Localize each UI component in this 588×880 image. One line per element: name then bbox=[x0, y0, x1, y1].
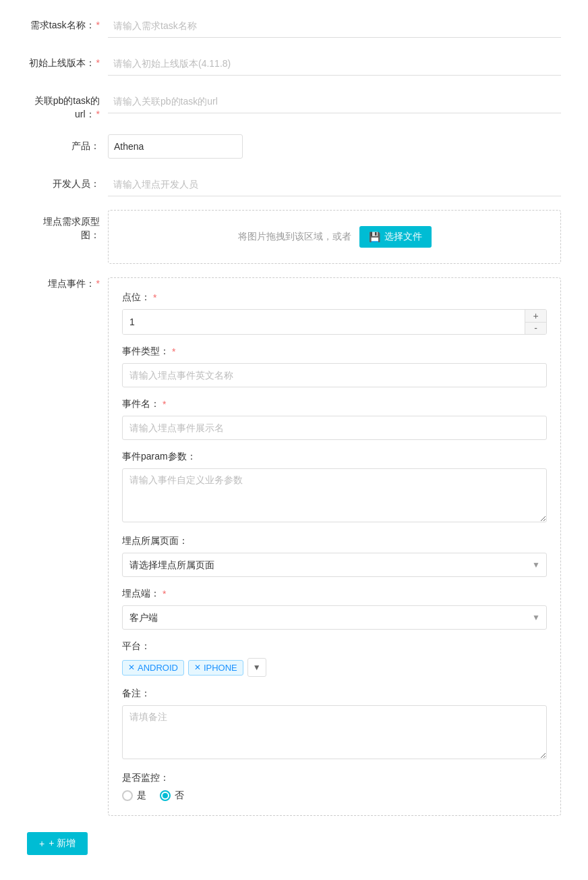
developer-wrap bbox=[108, 172, 561, 196]
product-label: 产品： bbox=[27, 134, 108, 153]
monitor-yes-item[interactable]: 是 bbox=[122, 790, 146, 802]
platform-tag-iphone: ✕ IPHONE bbox=[188, 660, 243, 676]
tracking-end-select[interactable]: 客户端 服务端 bbox=[122, 605, 547, 630]
platform-tag-android: ✕ ANDROID bbox=[122, 660, 184, 676]
platform-tag-iphone-label: IPHONE bbox=[204, 663, 237, 673]
pb-url-wrap bbox=[108, 89, 561, 113]
platform-row: ✕ ANDROID ✕ IPHONE ▼ bbox=[122, 658, 547, 677]
developer-label: 开发人员： bbox=[27, 172, 108, 191]
tracking-end-label: 埋点端： * bbox=[122, 588, 547, 600]
monitor-no-label: 否 bbox=[175, 790, 184, 802]
monitor-label: 是否监控： bbox=[122, 772, 547, 784]
task-name-wrap bbox=[108, 13, 561, 38]
add-btn[interactable]: + + 新增 bbox=[27, 832, 88, 855]
version-wrap bbox=[108, 51, 561, 76]
version-label: 初始上线版本：* bbox=[27, 51, 108, 70]
product-input[interactable] bbox=[108, 134, 243, 159]
platform-dropdown-btn[interactable]: ▼ bbox=[247, 658, 266, 677]
monitor-no-item[interactable]: 否 bbox=[160, 790, 184, 802]
monitor-row: 是 否 bbox=[122, 790, 547, 802]
task-name-row: 需求task名称：* bbox=[27, 13, 561, 38]
upload-btn[interactable]: 💾 选择文件 bbox=[359, 226, 432, 248]
platform-tag-iphone-remove[interactable]: ✕ bbox=[194, 663, 201, 671]
product-wrap bbox=[108, 134, 561, 159]
monitor-no-radio-inner bbox=[163, 793, 168, 798]
pb-url-row: 关联pb的task的url：* bbox=[27, 89, 561, 121]
point-plus-btn[interactable]: + bbox=[525, 310, 546, 323]
platform-tag-android-remove[interactable]: ✕ bbox=[128, 663, 135, 671]
tracking-events-section: 点位： * + - 事件类型： * 事件名： * bbox=[108, 277, 561, 816]
page-belong-wrap: 请选择埋点所属页面 ▼ bbox=[122, 553, 547, 577]
monitor-yes-label: 是 bbox=[137, 790, 146, 802]
developer-input[interactable] bbox=[108, 172, 561, 196]
version-input[interactable] bbox=[108, 51, 561, 76]
point-field-label: 点位： * bbox=[122, 292, 547, 304]
task-name-input[interactable] bbox=[108, 13, 561, 38]
page-belong-label: 埋点所属页面： bbox=[122, 535, 547, 547]
add-icon: + bbox=[39, 838, 45, 849]
event-type-label: 事件类型： * bbox=[122, 346, 547, 358]
remark-textarea[interactable] bbox=[122, 705, 547, 759]
event-name-label: 事件名： * bbox=[122, 398, 547, 410]
pb-url-label: 关联pb的task的url：* bbox=[27, 89, 108, 121]
event-param-textarea[interactable] bbox=[122, 468, 547, 522]
add-btn-label: + 新增 bbox=[49, 837, 76, 850]
tracking-events-row: 埋点事件：* 点位： * + - 事件类型： * bbox=[27, 277, 561, 816]
prototype-wrap: 将图片拖拽到该区域，或者 💾 选择文件 bbox=[108, 210, 561, 264]
point-input[interactable] bbox=[123, 310, 525, 334]
point-row: + - bbox=[122, 309, 547, 335]
remark-label: 备注： bbox=[122, 688, 547, 700]
prototype-row: 埋点需求原型图： 将图片拖拽到该区域，或者 💾 选择文件 bbox=[27, 210, 561, 264]
tracking-events-label: 埋点事件：* bbox=[27, 277, 108, 291]
platform-tag-android-label: ANDROID bbox=[138, 663, 178, 673]
point-minus-btn[interactable]: - bbox=[525, 323, 546, 335]
version-row: 初始上线版本：* bbox=[27, 51, 561, 76]
monitor-no-radio[interactable] bbox=[160, 790, 171, 801]
form-container: 需求task名称：* 初始上线版本：* 关联pb的task的url：* 产品： bbox=[0, 0, 588, 880]
event-name-input[interactable] bbox=[122, 416, 547, 440]
developer-row: 开发人员： bbox=[27, 172, 561, 196]
platform-dropdown-arrow-icon: ▼ bbox=[253, 663, 261, 672]
platform-label: 平台： bbox=[122, 640, 547, 653]
task-name-label: 需求task名称：* bbox=[27, 13, 108, 32]
upload-area[interactable]: 将图片拖拽到该区域，或者 💾 选择文件 bbox=[108, 210, 561, 264]
pb-url-input[interactable] bbox=[108, 89, 561, 113]
point-btns: + - bbox=[525, 310, 546, 334]
upload-file-icon: 💾 bbox=[369, 231, 380, 242]
page-belong-select[interactable]: 请选择埋点所属页面 bbox=[122, 553, 547, 577]
upload-hint-text: 将图片拖拽到该区域，或者 bbox=[238, 231, 351, 243]
event-param-label: 事件param参数： bbox=[122, 451, 547, 463]
product-row: 产品： bbox=[27, 134, 561, 159]
tracking-end-wrap: 客户端 服务端 ▼ bbox=[122, 605, 547, 630]
event-type-input[interactable] bbox=[122, 363, 547, 387]
monitor-yes-radio[interactable] bbox=[122, 790, 133, 801]
prototype-label: 埋点需求原型图： bbox=[27, 210, 108, 242]
